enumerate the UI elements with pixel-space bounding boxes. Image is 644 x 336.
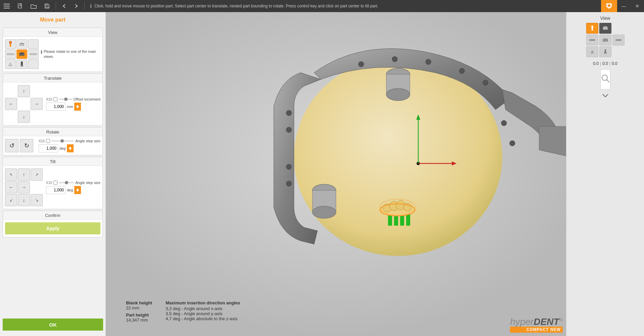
view-right-icon[interactable] [28, 49, 39, 59]
translate-up-button[interactable]: ↑ [18, 85, 30, 97]
open-file-button[interactable] [27, 0, 40, 12]
view-back-icon[interactable] [16, 39, 27, 49]
tilt-up-button[interactable]: ↑ [18, 169, 30, 181]
tilt-x10-row: X10 Angle step size [46, 181, 100, 185]
right-coords: 0.0 | 0.0 | 0.0 [593, 60, 617, 67]
tilt-value-input[interactable] [46, 186, 66, 194]
view-bottom-icon[interactable] [16, 60, 27, 69]
svg-point-42 [510, 141, 515, 146]
topbar: ℹ Click, hold and move mouse to position… [0, 0, 644, 12]
svg-rect-68 [605, 49, 606, 52]
tilt-dr-button[interactable]: ↘ [31, 194, 43, 206]
tilt-ul-button[interactable]: ↖ [5, 169, 17, 181]
part-height-label: Part height [126, 312, 152, 318]
right-view-bl-btn[interactable] [586, 46, 598, 57]
viewport: Blank height 22 mm Part height 14,347 mm… [106, 12, 566, 336]
rotate-cw-button[interactable]: ↻ [20, 139, 33, 152]
view-front-icon[interactable] [16, 49, 27, 59]
angle1: 3,3 deg - Angle around x-axis [166, 306, 240, 311]
center-empty [18, 98, 30, 110]
tilt-x10-checkbox[interactable] [53, 181, 57, 185]
hyperdent-compact-bar: COMPACT NEW [510, 327, 563, 333]
svg-rect-63 [589, 39, 595, 41]
close-button[interactable]: ✕ [631, 0, 644, 12]
max-insertion-label: Maximum insertion direction angles [166, 300, 240, 305]
info-icon: ℹ [90, 3, 92, 9]
right-view-center-btn[interactable] [599, 35, 611, 45]
view-bl-icon[interactable] [5, 60, 16, 69]
right-coord-z: 0.0 [612, 61, 617, 66]
right-view-empty2 [612, 46, 625, 57]
tilt-section: Tilt ↖ ↑ ↗ ← → ↙ ↓ ↘ X10 [3, 157, 103, 209]
svg-rect-17 [30, 53, 37, 55]
view-section-header: View [3, 28, 102, 37]
view-top-icon[interactable] [5, 39, 16, 49]
tilt-angle-label: Angle step size [75, 181, 100, 185]
right-view-left-btn[interactable] [586, 35, 598, 45]
blank-height-value: 22 mm [126, 305, 152, 310]
svg-point-69 [604, 52, 607, 54]
rotate-content: ↺ ↻ X10 Angle step size deg [3, 136, 102, 155]
orange-logo-button[interactable] [601, 0, 617, 12]
translate-down-button[interactable]: ↓ [18, 111, 30, 123]
rotate-unit: deg [59, 146, 66, 150]
chevron-down-button[interactable] [602, 91, 609, 100]
svg-rect-62 [603, 28, 608, 30]
tilt-right-button[interactable]: → [18, 181, 30, 193]
right-view-top-btn[interactable] [586, 23, 598, 34]
rotate-ccw-button[interactable]: ↺ [5, 139, 18, 152]
tilt-left-button[interactable]: ← [5, 181, 17, 193]
back-button[interactable] [58, 0, 70, 12]
viewport-info: Blank height 22 mm Part height 14,347 mm… [126, 300, 240, 323]
menu-button[interactable] [0, 0, 13, 12]
translate-value-row: mm [46, 103, 100, 111]
svg-point-37 [392, 57, 397, 62]
right-view-front-btn[interactable] [599, 23, 611, 34]
tilt-ur-button[interactable]: ↗ [31, 169, 43, 181]
right-view-right-btn[interactable] [612, 35, 625, 45]
rotate-value-input[interactable] [39, 144, 58, 152]
ok-button[interactable]: OK [3, 319, 103, 331]
tilt-arrow-grid: ↖ ↑ ↗ ← → ↙ ↓ ↘ [5, 169, 43, 206]
svg-rect-16 [19, 53, 24, 55]
rotate-x10-label: X10 [39, 139, 45, 143]
translate-right-button[interactable]: → [31, 98, 43, 110]
tilt-slider[interactable] [59, 182, 74, 183]
view-left-icon[interactable] [5, 49, 16, 59]
translate-value-input[interactable] [46, 103, 66, 111]
svg-rect-19 [21, 62, 23, 65]
right-view-bottom-btn[interactable] [599, 46, 611, 57]
rotate-x10-checkbox[interactable] [46, 139, 50, 143]
rotate-header: Rotate [3, 127, 102, 136]
translate-left-button[interactable]: ← [5, 98, 17, 110]
view-rotate-message: ℹ Please rotate to one of the main views… [41, 49, 100, 60]
translate-spin-button[interactable] [74, 103, 81, 111]
right-search-area[interactable] [600, 69, 610, 89]
part-height-value: 14,347 mm [126, 318, 152, 323]
minimize-button[interactable]: — [617, 0, 631, 12]
svg-point-59 [591, 26, 593, 28]
save-button[interactable] [40, 0, 54, 12]
svg-rect-51 [406, 214, 410, 226]
translate-x10-checkbox[interactable] [53, 97, 57, 101]
rotate-angle-label: Angle step size [75, 139, 100, 143]
rotate-spin-button[interactable] [67, 144, 74, 152]
apply-button[interactable]: Apply [5, 222, 100, 234]
confirm-header: Confirm [3, 211, 102, 220]
scene-svg [106, 12, 566, 336]
rotate-slider[interactable] [51, 140, 74, 142]
tilt-spin-button[interactable] [74, 186, 81, 194]
svg-point-41 [501, 120, 507, 126]
translate-slider[interactable] [59, 99, 72, 100]
tilt-slider-thumb [65, 181, 68, 184]
svg-rect-0 [4, 4, 10, 4]
tl-empty [5, 85, 17, 97]
svg-rect-66 [615, 39, 621, 41]
tilt-dl-button[interactable]: ↙ [5, 194, 17, 206]
rotate-section: Rotate ↺ ↻ X10 Angle step size [3, 127, 103, 155]
forward-button[interactable] [70, 0, 82, 12]
svg-rect-60 [592, 28, 593, 31]
tilt-down-button[interactable]: ↓ [18, 194, 30, 206]
new-file-button[interactable] [13, 0, 27, 12]
svg-point-33 [286, 127, 292, 133]
